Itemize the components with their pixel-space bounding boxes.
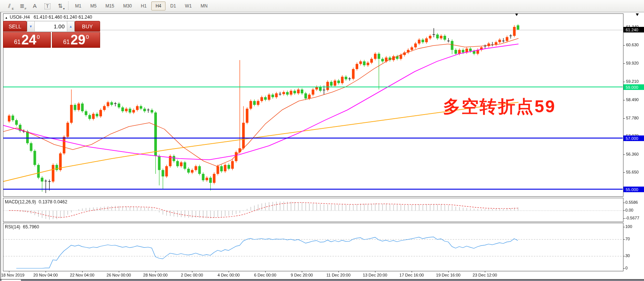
price-tick-label: 57.780 [626, 116, 639, 120]
date-tick-label: 18 Nov 2019 [1, 273, 24, 277]
price-badge: 57.000 [623, 135, 644, 141]
timeframe-button-h4[interactable]: H4 [151, 1, 165, 10]
macd-tick-label: -0.5677 [625, 216, 639, 220]
date-tick-label: 13 Dec 20:00 [363, 273, 387, 277]
timeframe-button-m1[interactable]: M1 [71, 1, 86, 10]
chart-window: ▲USOil-,H461.410 61.460 61.240 61.240 SE… [0, 12, 644, 281]
rsi-tick-label: 100 [625, 224, 632, 229]
volume-decrease-button[interactable]: ▼ [27, 21, 35, 31]
timeframe-button-h1[interactable]: H1 [137, 1, 151, 10]
rsi-indicator-label: RSI(14)65.7960 [5, 224, 39, 230]
mt4-window: ⫽E≣FAT⇅▾ M1M5M15M30H1H4D1W1MN ▲USOil-,H4… [0, 0, 644, 281]
price-tick-label: 60.630 [626, 43, 639, 47]
buy-price-button[interactable]: 61 29 0 [52, 32, 100, 48]
rsi-tick-label: 30 [625, 253, 630, 258]
price-tick-label: 55.650 [626, 170, 639, 174]
timeframe-button-m15[interactable]: M15 [101, 1, 118, 10]
rsi-tick-label: 70 [625, 237, 630, 241]
date-tick-label: 6 Dec 00:00 [254, 273, 276, 277]
toolbar-separator [68, 1, 69, 10]
date-axis[interactable]: 18 Nov 201920 Nov 04:0022 Nov 04:0026 No… [0, 271, 623, 280]
price-tick-label: 56.360 [626, 152, 639, 156]
timeframe-button-w1[interactable]: W1 [181, 1, 196, 10]
timeframe-button-d1[interactable]: D1 [166, 1, 180, 10]
volume-increase-button[interactable]: ▲ [67, 21, 74, 31]
macd-indicator-label: MACD(12,26,9)0.1378 0.0462 [5, 199, 67, 204]
timeframes-group: M1M5M15M30H1H4D1W1MN [71, 1, 213, 10]
rsi-tick-label: 0 [625, 266, 628, 270]
sell-price-button[interactable]: 61 24 0 [3, 32, 51, 48]
chart-annotation-text: 多空转折点59 [443, 95, 556, 118]
date-tick-label: 28 Nov 00:00 [143, 273, 167, 277]
macd-tick-label: 0.00 [625, 208, 633, 212]
date-tick-label: 4 Dec 00:00 [217, 273, 239, 277]
fibonacci-tool-icon[interactable]: ≣F [16, 1, 28, 11]
price-tick-label: 58.490 [626, 97, 639, 102]
date-tick-label: 9 Dec 20:00 [291, 273, 313, 277]
date-tick-label: 23 Dec 12:00 [473, 273, 497, 277]
price-badge: 59.000 [623, 84, 644, 90]
one-click-trade-panel: SELL ▼ ▲ BUY 61 24 0 61 29 0 [3, 21, 100, 48]
autoscroll-marker-icon [636, 13, 639, 16]
timeframe-button-m30[interactable]: M30 [119, 1, 136, 10]
buy-price-big: 29 [71, 32, 86, 47]
sell-button[interactable]: SELL [3, 21, 27, 32]
price-tick-label: 59.920 [626, 61, 639, 65]
price-axis[interactable]: 61.34060.63059.92059.21058.49057.78057.0… [623, 12, 644, 281]
date-tick-label: 11 Dec 20:00 [326, 273, 351, 277]
volume-stepper: ▼ ▲ [27, 21, 75, 32]
collapse-arrow-icon[interactable]: ▲ [5, 16, 8, 19]
drawing-tools-group: ⫽E≣FAT⇅▾ [4, 1, 67, 11]
rsi-name: RSI(14) [5, 224, 20, 230]
toolbar: ⫽E≣FAT⇅▾ M1M5M15M30H1H4D1W1MN [0, 0, 644, 12]
last-bar-marker-icon [515, 13, 518, 16]
date-tick-label: 20 Nov 04:00 [33, 273, 58, 277]
symbol-line: ▲USOil-,H461.410 61.460 61.240 61.240 [5, 15, 92, 20]
timeframe-button-mn[interactable]: MN [196, 1, 212, 10]
date-tick-label: 22 Nov 04:00 [70, 273, 94, 277]
buy-price-sup: 0 [86, 34, 89, 40]
price-badge: 55.000 [623, 187, 644, 192]
scrollbar-thumb[interactable] [1, 280, 21, 281]
buy-button[interactable]: BUY [75, 21, 100, 32]
price-tick-label: 59.210 [626, 79, 639, 84]
chart-canvas[interactable] [0, 12, 644, 281]
equidistant-channel-tool-icon[interactable]: ⫽E [4, 1, 15, 11]
macd-values: 0.1378 0.0462 [38, 199, 67, 204]
date-tick-label: 26 Nov 00:00 [106, 273, 131, 277]
rsi-value: 65.7960 [23, 224, 39, 230]
symbol-ohlc-values: 61.410 61.460 61.240 61.240 [34, 15, 92, 20]
macd-tick-label: 0.5586 [625, 200, 638, 204]
timeframe-button-m5[interactable]: M5 [86, 1, 101, 10]
date-tick-label: 17 Dec 16:00 [399, 273, 424, 277]
sell-price-int: 61 [14, 39, 21, 46]
volume-input[interactable] [35, 21, 67, 31]
price-badge: 61.240 [623, 27, 644, 32]
sell-price-big: 24 [21, 32, 36, 47]
macd-name: MACD(12,26,9) [5, 199, 36, 204]
symbol-name: USOil-,H4 [10, 15, 30, 20]
sell-price-sup: 0 [37, 34, 40, 40]
date-tick-label: 19 Dec 16:00 [436, 273, 460, 277]
arrows-tool-icon[interactable]: ⇅▾ [55, 1, 66, 11]
horizontal-scrollbar[interactable] [0, 280, 644, 281]
text-label-tool-icon[interactable]: A [29, 1, 40, 11]
buy-price-int: 61 [63, 39, 70, 46]
date-tick-label: 2 Dec 00:00 [181, 273, 203, 277]
text-tool-icon[interactable]: T [42, 1, 53, 11]
